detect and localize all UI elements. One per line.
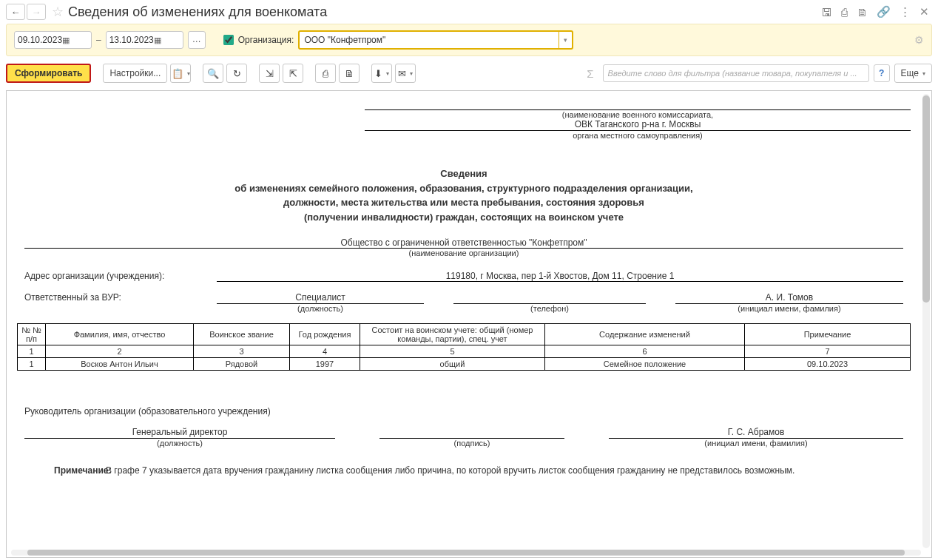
print-button[interactable]: ⎙: [315, 64, 336, 83]
responsible-row: Ответственный за ВУР: Специалист (должно…: [17, 292, 911, 313]
save-as-button[interactable]: ⬇▾: [371, 64, 392, 83]
close-icon[interactable]: ✕: [920, 5, 929, 18]
org-value: ООО "Конфетпром": [304, 35, 385, 45]
table-row: 1 Восков Антон Ильич Рядовой 1997 общий …: [18, 358, 911, 371]
th-rank: Воинское звание: [194, 324, 290, 345]
collapse-all-button[interactable]: ⇱: [283, 64, 303, 83]
date-range-picker-button[interactable]: …: [188, 31, 206, 49]
data-table: № № п/п Фамилия, имя, отчество Воинское …: [17, 323, 911, 371]
vertical-scrollbar[interactable]: [922, 94, 930, 548]
favorite-star-icon[interactable]: ☆: [52, 4, 64, 20]
sign-signature-sub: (подпись): [379, 439, 564, 448]
sign-name-sub: (инициал имени, фамилия): [609, 439, 903, 448]
signature-block: Руководитель организации (образовательно…: [17, 406, 911, 448]
expand-all-button[interactable]: ⇲: [259, 64, 280, 83]
th-num: № № п/п: [18, 324, 46, 345]
th-fio: Фамилия, имя, отчество: [46, 324, 194, 345]
toolbar: Сформировать Настройки... 📋▾ 🔍 ↻ ⇲ ⇱ ⎙ 🗎…: [0, 56, 938, 87]
note-label: Примечание:: [24, 465, 106, 476]
org-name-sub: (наименование организации): [17, 249, 911, 257]
link-icon[interactable]: 🔗: [877, 5, 891, 18]
date-to-input[interactable]: 13.10.2023 ▦: [106, 31, 183, 49]
org-label: Организация:: [238, 35, 294, 45]
report-title: Сведения об изменениях семейного положен…: [17, 166, 911, 224]
table-header-row: № № п/п Фамилия, имя, отчество Воинское …: [18, 324, 911, 345]
report-header-block: (наименование военного комиссариата, ОВК…: [365, 100, 911, 140]
address-row: Адрес организации (учреждения): 119180, …: [17, 271, 911, 282]
more-button[interactable]: Еще▾: [894, 64, 932, 83]
titlebar-actions: 🖫 ⎙ 🗎 🔗 ⋮ ✕: [821, 5, 929, 18]
save-icon[interactable]: 🖫: [821, 6, 832, 18]
date-range-dash: –: [96, 35, 101, 45]
search-placeholder: Введите слово для фильтра (название това…: [608, 69, 857, 78]
sign-signature: [379, 427, 564, 439]
date-from-input[interactable]: 09.10.2023 ▦: [14, 31, 92, 49]
report-content: (наименование военного комиссариата, ОВК…: [7, 91, 921, 550]
calendar-icon[interactable]: ▦: [62, 36, 88, 45]
responsible-label: Ответственный за ВУР:: [24, 292, 217, 313]
table-numrow: 1 2 3 4 5 6 7: [18, 345, 911, 358]
sign-position-sub: (должность): [24, 439, 335, 448]
org-name-line: Общество с ограниченной ответственностью…: [24, 237, 903, 249]
responsible-name: А. И. Томов: [675, 292, 903, 304]
kebab-menu-icon[interactable]: ⋮: [900, 5, 911, 18]
note-block: Примечание: В графе 7 указывается дата в…: [17, 465, 911, 476]
responsible-name-sub: (инициал имени, фамилия): [675, 304, 903, 313]
send-button[interactable]: ✉▾: [395, 64, 416, 83]
sign-title: Руководитель организации (образовательно…: [24, 406, 903, 416]
horizontal-scrollbar[interactable]: [11, 550, 921, 556]
responsible-position: Специалист: [217, 292, 424, 304]
note-text: В графе 7 указывается дата вручения граж…: [106, 465, 903, 476]
page-title: Сведения об изменениях для военкомата: [68, 4, 821, 20]
calendar-icon[interactable]: ▦: [154, 36, 180, 45]
th-year: Год рождения: [290, 324, 360, 345]
nav-back-button[interactable]: ←: [6, 4, 25, 20]
scrollbar-thumb[interactable]: [922, 95, 930, 303]
titlebar: ← → ☆ Сведения об изменениях для военком…: [0, 0, 938, 24]
sign-position: Генеральный директор: [24, 427, 335, 439]
commissariat-sub2: органа местного самоуправления): [365, 131, 911, 140]
find-button[interactable]: 🔍: [203, 64, 223, 83]
date-to-value: 13.10.2023: [109, 35, 154, 45]
address-value: 119180, г Москва, пер 1-й Хвостов, Дом 1…: [217, 271, 903, 282]
responsible-phone-sub: (телефон): [453, 304, 646, 313]
org-combo[interactable]: ООО "Конфетпром" ▾: [298, 30, 573, 50]
help-button[interactable]: ?: [874, 64, 890, 82]
sign-name: Г. С. Абрамов: [609, 427, 903, 439]
find-next-button[interactable]: ↻: [226, 64, 247, 83]
sigma-icon[interactable]: Σ: [587, 67, 593, 80]
filter-funnel-icon[interactable]: ⚙: [914, 34, 924, 46]
filter-bar: 09.10.2023 ▦ – 13.10.2023 ▦ … Организаци…: [6, 24, 932, 56]
commissariat-line2: ОВК Таганского р-на г. Москвы: [365, 119, 911, 131]
scrollbar-thumb[interactable]: [27, 550, 905, 556]
variants-button[interactable]: 📋▾: [170, 64, 191, 83]
nav-forward-button[interactable]: →: [27, 4, 46, 20]
search-filter-input[interactable]: Введите слово для фильтра (название това…: [603, 64, 869, 82]
th-note: Примечание: [745, 324, 911, 345]
responsible-phone: [453, 292, 646, 304]
generate-button[interactable]: Сформировать: [6, 64, 91, 83]
date-from-value: 09.10.2023: [18, 35, 62, 45]
report-frame: (наименование военного комиссариата, ОВК…: [6, 90, 932, 558]
preview-icon[interactable]: 🗎: [857, 6, 868, 18]
th-account: Состоит на воинском учете: общий (номер …: [360, 324, 545, 345]
responsible-position-sub: (должность): [217, 304, 424, 313]
address-label: Адрес организации (учреждения):: [24, 271, 217, 282]
chevron-down-icon[interactable]: ▾: [559, 32, 572, 48]
org-filter-checkbox[interactable]: [223, 35, 234, 45]
preview-button[interactable]: 🗎: [339, 64, 360, 83]
settings-button[interactable]: Настройки...: [103, 64, 167, 83]
print-icon[interactable]: ⎙: [841, 6, 848, 18]
th-change: Содержание изменений: [545, 324, 745, 345]
commissariat-sub1: (наименование военного комиссариата,: [365, 110, 911, 119]
commissariat-line1: [365, 100, 911, 110]
